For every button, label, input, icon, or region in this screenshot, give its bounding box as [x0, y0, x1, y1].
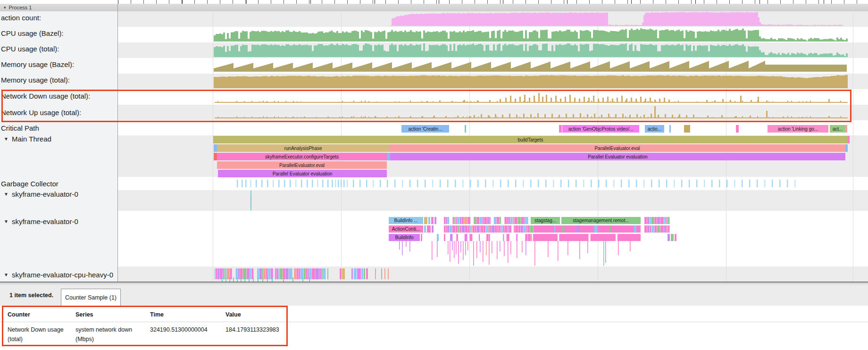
- trace-span[interactable]: [657, 225, 660, 233]
- hanging-span[interactable]: [605, 241, 606, 263]
- trace-span[interactable]: [294, 268, 296, 279]
- gc-tick[interactable]: [335, 180, 336, 187]
- trace-span[interactable]: [227, 268, 230, 279]
- net-spike[interactable]: [530, 114, 532, 118]
- trace-span[interactable]: [684, 125, 690, 133]
- gc-tick[interactable]: [749, 180, 751, 187]
- trace-span[interactable]: [671, 234, 674, 241]
- net-spike[interactable]: [505, 98, 507, 103]
- gc-tick[interactable]: [606, 180, 607, 187]
- net-spike[interactable]: [529, 98, 530, 103]
- net-spike[interactable]: [707, 116, 709, 118]
- gc-tick[interactable]: [343, 180, 345, 187]
- trace-span[interactable]: [503, 234, 504, 241]
- hanging-span[interactable]: [522, 241, 523, 252]
- trace-span[interactable]: [446, 225, 447, 233]
- net-spike[interactable]: [422, 116, 423, 118]
- net-spike[interactable]: [351, 117, 352, 118]
- trace-span[interactable]: [559, 125, 562, 133]
- trace-span[interactable]: [214, 144, 217, 152]
- trace-span[interactable]: [501, 225, 503, 233]
- hanging-span[interactable]: [558, 241, 559, 261]
- trace-span[interactable]: [657, 217, 660, 224]
- gc-tick[interactable]: [530, 180, 532, 187]
- trace-span[interactable]: [526, 225, 527, 233]
- trace-span[interactable]: [668, 217, 670, 224]
- net-spike[interactable]: [679, 114, 680, 118]
- hanging-span[interactable]: [437, 241, 438, 257]
- trace-span[interactable]: [465, 225, 467, 233]
- trace-span[interactable]: [467, 217, 470, 224]
- trace-span[interactable]: [375, 268, 376, 279]
- trace-span[interactable]: [497, 225, 499, 233]
- track-label-network-down-usage-total[interactable]: Network Down usage (total):: [0, 92, 118, 100]
- hanging-span[interactable]: [486, 241, 487, 255]
- trace-subtick[interactable]: [272, 277, 273, 282]
- net-spike[interactable]: [523, 114, 525, 118]
- hanging-span[interactable]: [489, 241, 490, 265]
- trace-span[interactable]: [452, 225, 455, 233]
- net-spike[interactable]: [566, 114, 567, 118]
- trace-span[interactable]: [468, 225, 470, 233]
- net-spike[interactable]: [801, 117, 803, 118]
- net-spike[interactable]: [538, 93, 540, 103]
- gc-tick[interactable]: [500, 180, 501, 187]
- net-spike[interactable]: [457, 116, 459, 118]
- mem-total-area[interactable]: [214, 75, 848, 88]
- trace-span[interactable]: [576, 225, 579, 233]
- trace-span[interactable]: [432, 225, 434, 233]
- trace-span[interactable]: [486, 234, 489, 241]
- trace-span[interactable]: [668, 225, 670, 233]
- trace-span[interactable]: [486, 225, 487, 233]
- trace-span[interactable]: [479, 225, 480, 233]
- trace-span[interactable]: [664, 217, 666, 224]
- net-spike[interactable]: [551, 114, 553, 118]
- net-spike[interactable]: [542, 97, 543, 103]
- net-spike[interactable]: [534, 96, 535, 103]
- hanging-span[interactable]: [497, 241, 498, 259]
- gc-tick[interactable]: [284, 180, 285, 187]
- trace-span[interactable]: [520, 225, 523, 233]
- trace-span[interactable]: [494, 217, 496, 224]
- trace-span[interactable]: [470, 225, 471, 233]
- net-spike[interactable]: [426, 101, 428, 103]
- net-spike[interactable]: [588, 98, 590, 103]
- net-spike[interactable]: [516, 115, 517, 118]
- mem-bazel-tail[interactable]: [765, 65, 847, 72]
- trace-span[interactable]: [848, 136, 850, 143]
- trace-span[interactable]: [554, 225, 555, 233]
- trace-span[interactable]: [644, 217, 647, 224]
- gc-tick[interactable]: [598, 180, 600, 187]
- net-spike[interactable]: [828, 116, 830, 118]
- trace-span[interactable]: [323, 268, 326, 279]
- net-spike[interactable]: [445, 116, 447, 118]
- gc-tick[interactable]: [787, 180, 788, 187]
- net-spike[interactable]: [292, 117, 293, 118]
- net-spike[interactable]: [559, 115, 560, 118]
- gc-tick[interactable]: [455, 180, 456, 187]
- net-spike[interactable]: [622, 114, 624, 118]
- hanging-span[interactable]: [406, 241, 407, 247]
- process-expand-icon[interactable]: ▾: [4, 5, 6, 10]
- net-spike[interactable]: [386, 117, 388, 118]
- trace-subtick[interactable]: [309, 277, 310, 282]
- net-spike[interactable]: [573, 114, 574, 118]
- track-label-cpu-usage-total[interactable]: CPU usage (total):: [0, 45, 118, 53]
- net-spike[interactable]: [489, 100, 491, 103]
- trace-span[interactable]: [514, 225, 515, 233]
- trace-span[interactable]: [562, 225, 564, 233]
- trace-span[interactable]: [660, 217, 664, 224]
- net-spike[interactable]: [615, 114, 617, 118]
- trace-span[interactable]: [238, 268, 240, 279]
- col-header-time[interactable]: Time: [150, 311, 164, 318]
- trace-span[interactable]: [589, 234, 591, 241]
- hanging-span[interactable]: [510, 241, 511, 254]
- gc-tick[interactable]: [440, 180, 441, 187]
- gc-tick[interactable]: [295, 180, 297, 187]
- trace-span[interactable]: [278, 268, 279, 279]
- net-spike[interactable]: [654, 106, 656, 118]
- gc-tick[interactable]: [772, 180, 773, 187]
- trace-span[interactable]: [268, 268, 270, 279]
- hanging-span[interactable]: [548, 241, 549, 257]
- trace-subtick[interactable]: [267, 277, 268, 282]
